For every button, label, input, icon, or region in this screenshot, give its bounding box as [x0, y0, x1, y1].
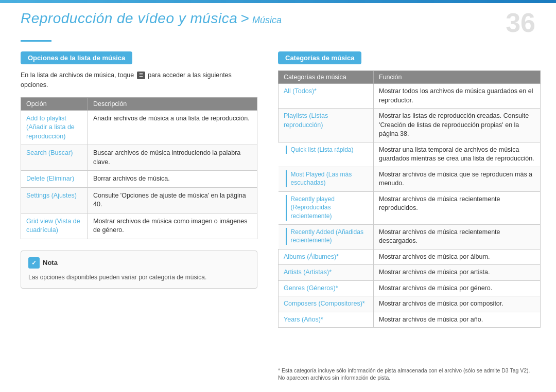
cat-name: Years (Años)*	[279, 312, 374, 328]
list-item: All (Todos)* Mostrar todos los archivos …	[279, 84, 541, 109]
cat-description: Mostrar todos los archivos de música gua…	[374, 84, 541, 109]
right-column: Categorías de música Categorías de músic…	[278, 51, 541, 328]
table-row: Grid view (Vista de cuadrícula) Mostrar …	[21, 213, 257, 239]
cat-description: Mostrar archivos de música recientemente…	[374, 191, 541, 224]
left-column: Opciones de la lista de música En la lis…	[21, 51, 257, 289]
cat-name: Recently played (Reproducidas recienteme…	[279, 191, 374, 224]
cat-name: Artists (Artistas)*	[279, 265, 374, 281]
cat-description: Mostrar las listas de reproducción cread…	[374, 109, 541, 142]
cat-name: Composers (Compositores)*	[279, 296, 374, 312]
option-description: Consulte 'Opciones de ajuste de música' …	[88, 187, 257, 213]
cat-name: Playlists (Listas reproducción)	[279, 109, 374, 142]
option-name: Add to playlist (Añadir a lista de repro…	[21, 110, 88, 145]
title-separator: >	[240, 10, 249, 27]
col-header-description: Descripción	[88, 97, 257, 110]
cat-name: Recently Added (Añadidas recientemente)	[279, 224, 374, 249]
note-title: Nota	[43, 259, 58, 266]
note-text: Las opciones disponibles pueden variar p…	[28, 273, 250, 282]
menu-icon: ☰	[137, 72, 145, 80]
list-item: Most Played (Las más escuchadas) Mostrar…	[279, 167, 541, 191]
categories-table: Categorías de música Función All (Todos)…	[278, 70, 541, 328]
option-name: Delete (Eliminar)	[21, 171, 88, 188]
list-item: Playlists (Listas reproducción) Mostrar …	[279, 109, 541, 142]
option-name: Grid view (Vista de cuadrícula)	[21, 213, 88, 239]
col-header-option: Opción	[21, 97, 88, 110]
note-box: ✓ Nota Las opciones disponibles pueden v…	[21, 251, 257, 289]
list-item: Recently played (Reproducidas recienteme…	[279, 191, 541, 224]
list-item: Albums (Álbumes)* Mostrar archivos de mú…	[279, 249, 541, 265]
table-row: Delete (Eliminar) Borrar archivos de mús…	[21, 171, 257, 188]
note-header: ✓ Nota	[28, 257, 250, 269]
cat-name: All (Todos)*	[279, 84, 374, 109]
cat-description: Mostrar archivos de música por álbum.	[374, 249, 541, 265]
list-item: Years (Años)* Mostrar archivos de música…	[279, 312, 541, 328]
option-name: Settings (Ajustes)	[21, 187, 88, 213]
option-description: Borrar archivos de música.	[88, 171, 257, 188]
table-row: Add to playlist (Añadir a lista de repro…	[21, 110, 257, 145]
cat-name: Quick list (Lista rápida)	[279, 142, 374, 167]
list-item: Quick list (Lista rápida) Mostrar una li…	[279, 142, 541, 167]
options-table: Opción Descripción Add to playlist (Añad…	[21, 97, 257, 239]
option-description: Añadir archivos de música a una lista de…	[88, 110, 257, 145]
cat-description: Mostrar archivos de música recientemente…	[374, 224, 541, 249]
title-area: Reproducción de vídeo y música > Música	[21, 10, 494, 27]
title-divider	[21, 40, 51, 42]
description-text: En la lista de archivos de música, toque…	[21, 70, 257, 90]
option-description: Mostrar archivos de música como imagen o…	[88, 213, 257, 239]
cat-description: Mostrar archivos de música que se reprod…	[374, 167, 541, 191]
cat-description: Mostrar archivos de música por género.	[374, 280, 541, 296]
cat-col-header-function: Función	[374, 71, 541, 84]
note-icon: ✓	[28, 257, 40, 269]
cat-description: Mostrar archivos de música por año.	[374, 312, 541, 328]
title-sub: Música	[252, 15, 282, 26]
cat-name: Most Played (Las más escuchadas)	[279, 167, 374, 191]
cat-col-header-name: Categorías de música	[279, 71, 374, 84]
list-item: Genres (Géneros)* Mostrar archivos de mú…	[279, 280, 541, 296]
option-description: Buscar archivos de música introduciendo …	[88, 145, 257, 171]
page-number: 36	[506, 9, 535, 36]
list-item: Recently Added (Añadidas recientemente) …	[279, 224, 541, 249]
title-main: Reproducción de vídeo y música	[21, 10, 237, 27]
list-item: Artists (Artistas)* Mostrar archivos de …	[279, 265, 541, 281]
table-row: Settings (Ajustes) Consulte 'Opciones de…	[21, 187, 257, 213]
right-section-header: Categorías de música	[278, 51, 361, 64]
list-item: Composers (Compositores)* Mostrar archiv…	[279, 296, 541, 312]
cat-description: Mostrar archivos de música por artista.	[374, 265, 541, 281]
table-row: Search (Buscar) Buscar archivos de músic…	[21, 145, 257, 171]
left-section-header: Opciones de la lista de música	[21, 51, 132, 64]
cat-name: Albums (Álbumes)*	[279, 249, 374, 265]
cat-name: Genres (Géneros)*	[279, 280, 374, 296]
footnote: * Esta categoría incluye sólo informació…	[278, 367, 535, 382]
cat-description: Mostrar una lista temporal de archivos d…	[374, 142, 541, 167]
option-name: Search (Buscar)	[21, 145, 88, 171]
cat-description: Mostrar archivos de música por composito…	[374, 296, 541, 312]
top-bar	[0, 0, 556, 3]
